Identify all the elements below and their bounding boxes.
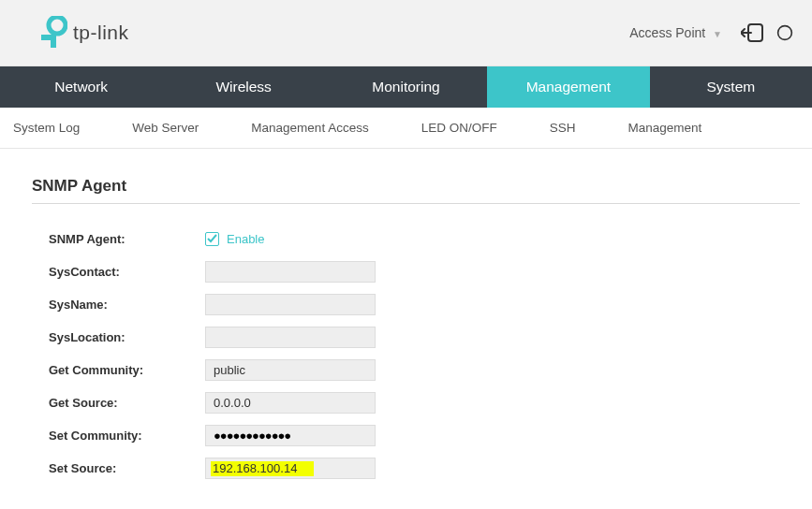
label-snmp-agent: SNMP Agent: <box>32 232 205 246</box>
syslocation-input[interactable] <box>205 327 376 348</box>
svg-rect-2 <box>51 35 56 48</box>
nav-tab-network[interactable]: Network <box>0 66 162 108</box>
row-set-source: Set Source: <box>32 458 812 479</box>
mode-label-text: Access Point <box>629 25 705 40</box>
main-nav: Network Wireless Monitoring Management S… <box>0 66 812 108</box>
svg-point-0 <box>49 17 66 34</box>
subtab-ssh[interactable]: SSH <box>524 121 602 135</box>
svg-point-4 <box>778 26 792 40</box>
subtab-web-server[interactable]: Web Server <box>106 121 225 135</box>
label-sysname: SysName: <box>32 298 205 312</box>
label-set-community: Set Community: <box>32 429 205 443</box>
chevron-down-icon: ▼ <box>713 29 722 39</box>
row-get-community: Get Community: <box>32 359 812 381</box>
brand-name: tp-link <box>73 22 129 44</box>
content: SNMP Agent SNMP Agent: Enable SysContact… <box>0 149 812 509</box>
get-source-input[interactable] <box>205 392 376 414</box>
get-community-input[interactable] <box>205 359 376 381</box>
refresh-icon[interactable] <box>776 18 793 48</box>
mode-dropdown[interactable]: Access Point ▼ <box>624 22 728 44</box>
row-sysname: SysName: <box>32 294 812 315</box>
section-title: SNMP Agent <box>32 177 800 204</box>
enable-checkbox[interactable] <box>205 232 219 246</box>
sub-nav: System Log Web Server Management Access … <box>0 108 812 149</box>
row-get-source: Get Source: <box>32 392 812 414</box>
subtab-management-access[interactable]: Management Access <box>225 121 394 135</box>
nav-tab-wireless[interactable]: Wireless <box>162 66 324 108</box>
row-set-community: Set Community: <box>32 425 812 446</box>
subtab-led[interactable]: LED ON/OFF <box>395 121 524 135</box>
row-syscontact: SysContact: <box>32 261 812 283</box>
label-syscontact: SysContact: <box>32 265 205 279</box>
label-set-source: Set Source: <box>32 461 205 475</box>
subtab-system-log[interactable]: System Log <box>0 121 106 135</box>
label-get-source: Get Source: <box>32 396 205 410</box>
nav-tab-management[interactable]: Management <box>487 66 649 108</box>
syscontact-input[interactable] <box>205 261 376 283</box>
row-snmp-agent: SNMP Agent: Enable <box>32 228 812 250</box>
row-syslocation: SysLocation: <box>32 327 812 348</box>
sysname-input[interactable] <box>205 294 376 315</box>
topbar-right: Access Point ▼ <box>624 18 793 48</box>
tplink-logo-icon <box>41 16 67 51</box>
topbar: tp-link Access Point ▼ <box>0 0 812 66</box>
nav-tab-system[interactable]: System <box>650 66 812 108</box>
logout-icon[interactable] <box>737 18 767 48</box>
nav-tab-monitoring[interactable]: Monitoring <box>325 66 487 108</box>
set-source-input[interactable] <box>205 458 376 479</box>
label-get-community: Get Community: <box>32 363 205 377</box>
label-syslocation: SysLocation: <box>32 330 205 344</box>
enable-label: Enable <box>227 232 264 246</box>
subtab-management[interactable]: Management <box>601 121 701 135</box>
set-community-input[interactable] <box>205 425 376 446</box>
brand-logo: tp-link <box>41 16 129 51</box>
